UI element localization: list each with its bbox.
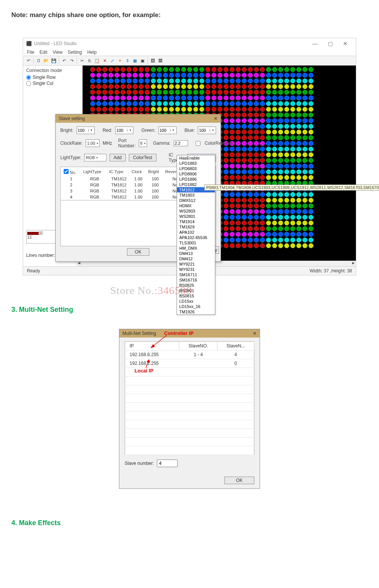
lighttype-value[interactable]: RGB (86, 155, 95, 160)
chevron-down-icon[interactable]: ▾ (97, 142, 98, 145)
bright-label: Bright: (60, 128, 74, 133)
tool-c-icon[interactable]: ⇕ (124, 57, 131, 64)
ictype-option[interactable]: DMX512 (177, 198, 215, 203)
single-col-radio[interactable] (26, 81, 31, 86)
status-ready: Ready (27, 268, 122, 274)
colorreverse-checkbox[interactable] (196, 141, 200, 146)
img-icon[interactable]: 🖾 (149, 57, 156, 64)
lighttype-label: LightType: (60, 155, 81, 160)
th-lighttype: LightType (82, 167, 108, 176)
grid-icon[interactable]: ▦ (132, 57, 138, 64)
gamma-input[interactable] (174, 140, 188, 146)
ictype-option[interactable]: TM1803 (177, 192, 215, 198)
menu-view[interactable]: View (53, 50, 63, 55)
tool-b-icon[interactable]: ✦ (116, 57, 123, 64)
portnumber-value[interactable]: 8 (140, 141, 143, 145)
mn-ok-button[interactable]: OK (224, 477, 254, 484)
ictype-option[interactable]: TM1829 (177, 224, 215, 230)
table-check-all[interactable] (64, 169, 69, 174)
table-row (125, 411, 254, 420)
new-icon[interactable]: 🗋 (35, 57, 42, 64)
note-text: Note: many chips share one option, for e… (11, 11, 368, 19)
ictype-option[interactable]: WS2801 (177, 214, 215, 219)
ictype-option[interactable]: SM16711 (177, 272, 215, 277)
green-input[interactable] (159, 128, 170, 133)
ictype-option[interactable]: WS2803 (177, 208, 215, 214)
clockrate-value[interactable]: 1.00 (87, 141, 95, 145)
ictype-option[interactable]: TM1926 (177, 309, 215, 314)
tool-a-icon[interactable]: ⤢ (109, 57, 116, 64)
rect-icon[interactable]: ▣ (139, 57, 146, 64)
chevron-down-icon[interactable]: ▾ (144, 142, 146, 145)
svg-marker-3 (147, 360, 150, 363)
clockrate-label: ClockRate: (60, 141, 83, 146)
ictype-option[interactable]: LD15xx (177, 299, 215, 304)
blue-input[interactable] (198, 128, 210, 133)
ictype-option[interactable]: BS0815 (177, 293, 215, 299)
ictype-option[interactable]: TLS3001 (177, 240, 215, 246)
scroll-left-icon[interactable]: ◀ (76, 261, 81, 266)
slave-dialog-close-icon[interactable]: ✕ (214, 116, 218, 121)
save-icon[interactable]: 💾 (50, 57, 57, 64)
ictype-option[interactable]: HasEnable (177, 155, 215, 161)
ictype-option[interactable]: DM412 (177, 256, 215, 261)
ictype-option[interactable]: TM1914 (177, 219, 215, 224)
redo-icon[interactable]: ↷ (68, 57, 75, 64)
connection-mode-label: Connection mode (26, 68, 79, 73)
ictype-option[interactable]: APA102 (177, 230, 215, 235)
bright-input[interactable] (77, 128, 88, 133)
delete-icon[interactable]: ✕ (101, 57, 108, 64)
ictype-option[interactable]: MY9231 (177, 267, 215, 272)
cut-icon[interactable]: ✂ (78, 57, 85, 64)
ictype-option[interactable]: MY9221 (177, 261, 215, 267)
ictype-option[interactable]: LD15xx_16 (177, 304, 215, 309)
ictype-option[interactable]: BS0901 (177, 288, 215, 293)
menu-help[interactable]: Help (87, 50, 97, 55)
single-row-radio[interactable] (26, 75, 31, 80)
menu-setting[interactable]: Setting (68, 50, 82, 55)
undo-icon[interactable]: ↶ (25, 57, 32, 64)
ictype-dropdown[interactable]: HasEnableLPD1883LPD6803LPD8806LPD1886LPD… (177, 155, 215, 315)
ictype-option[interactable]: APA102-65536 (177, 235, 215, 240)
table-row (125, 377, 254, 385)
toolbar: ↶ 🗋 📂 💾 ↶ ↷ ✂ ⎘ 📋 ✕ ⤢ ✦ ⇕ ▦ ▣ 🖾 🖽 (23, 56, 356, 66)
table-row (125, 420, 254, 429)
svg-marker-1 (151, 344, 155, 348)
minimize-button[interactable]: — (307, 41, 323, 47)
slave-ok-button[interactable]: OK (127, 248, 149, 256)
ictype-option[interactable]: DM413 (177, 251, 215, 256)
menu-file[interactable]: File (27, 50, 34, 55)
red-input[interactable] (116, 128, 127, 133)
spin-icon[interactable]: ▾ (170, 129, 176, 132)
chart-icon[interactable]: 🖽 (157, 57, 164, 64)
close-button[interactable]: ✕ (338, 41, 353, 47)
colortest-button[interactable]: ColorTest (129, 154, 157, 161)
ictype-option[interactable]: HM_DMX (177, 246, 215, 251)
ictype-tooltip: P9883,TM1804,TM1809,UCS1903,UCS1909,UCS1… (204, 185, 379, 191)
chevron-down-icon[interactable]: ▾ (96, 156, 98, 160)
ictype-option[interactable]: SM16716 (177, 277, 215, 283)
spin-icon[interactable]: ▾ (210, 129, 216, 132)
slave-number-input[interactable] (157, 460, 178, 467)
paste-icon[interactable]: 📋 (94, 57, 100, 64)
mn-close-icon[interactable]: ✕ (253, 331, 257, 336)
ictype-option[interactable]: BS0825 (177, 283, 215, 288)
ictype-option[interactable]: HDMX (177, 203, 215, 208)
single-row-label: Single Row (33, 75, 56, 80)
list-idx-13: 13 (27, 235, 31, 239)
copy-icon[interactable]: ⎘ (86, 57, 93, 64)
ictype-option[interactable]: LPD8806 (177, 171, 215, 177)
ictype-option[interactable]: LPD6803 (177, 166, 215, 171)
spin-icon[interactable]: ▾ (88, 129, 94, 132)
spin-icon[interactable]: ▾ (127, 129, 133, 132)
add-button[interactable]: Add (110, 154, 126, 161)
ictype-option[interactable]: LPD1883 (177, 161, 215, 166)
undo2-icon[interactable]: ↶ (61, 57, 67, 64)
ictype-option[interactable]: LPD1886 (177, 177, 215, 182)
open-icon[interactable]: 📂 (43, 57, 50, 64)
th-ictype: IC Type (108, 167, 130, 176)
menu-edit[interactable]: Edit (39, 50, 47, 55)
scroll-right-icon[interactable]: ▶ (351, 261, 356, 266)
maximize-button[interactable]: ▢ (323, 41, 338, 47)
list-val-32: 32 (39, 231, 43, 239)
